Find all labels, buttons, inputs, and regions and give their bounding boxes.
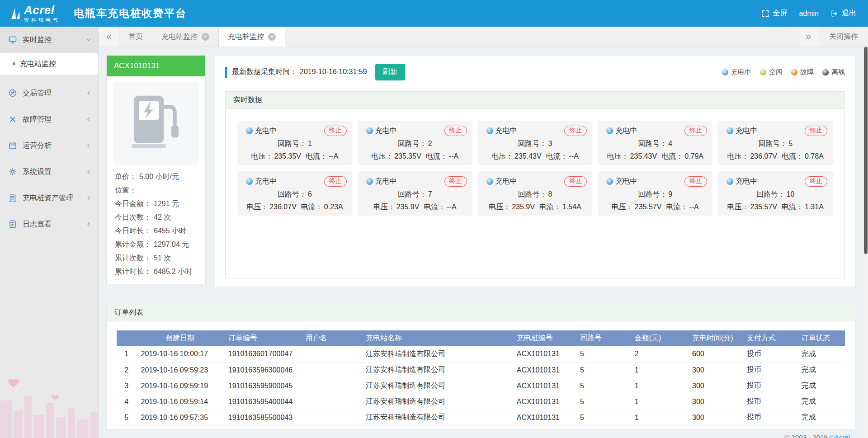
tab-station-monitor[interactable]: 充电站监控 × xyxy=(152,27,219,47)
current-value: --A xyxy=(329,152,338,160)
channel-metrics-line: 电压：235.43V电流：0.79A xyxy=(603,152,707,161)
sidebar-item-label: 系统设置 xyxy=(23,167,52,177)
current-label: 电流： xyxy=(306,152,327,160)
stop-button[interactable]: 终止 xyxy=(805,176,827,187)
content-area: ACX1010131 xyxy=(99,47,868,438)
idle-dot-icon xyxy=(760,69,766,75)
sidebar-item-pile-asset-management[interactable]: 充电桩资产管理 xyxy=(0,185,98,211)
current-value: --A xyxy=(449,152,458,160)
sidebar-item-fault-management[interactable]: 故障管理 xyxy=(0,106,98,132)
copyright-text: © 2003 - 2019 xyxy=(784,433,827,438)
page-title: 电瓶车充电桩收费平台 xyxy=(74,6,187,20)
order-duration: 300 xyxy=(688,362,742,378)
charging-pile-icon xyxy=(128,94,184,154)
bullet-icon xyxy=(13,62,15,65)
channel-card: 充电中 终止 回路号：10 电压：235.57V电流：1.31A xyxy=(718,171,833,216)
order-pay-method: 投币 xyxy=(742,346,797,362)
order-row: 4 2019-10-16 09:59:14 1910163595400044 江… xyxy=(117,394,845,410)
user-menu[interactable]: admin xyxy=(799,9,819,18)
stat-value: 51 次 xyxy=(154,251,171,265)
column-header: 充电站名称 xyxy=(361,330,512,346)
channel-status-label: 充电中 xyxy=(615,177,637,186)
column-header: 创建日期 xyxy=(136,330,223,346)
status-dot-icon xyxy=(486,178,493,185)
sidebar-item-system-settings[interactable]: 系统设置 xyxy=(0,159,98,185)
city-skyline-decoration xyxy=(0,372,99,438)
sidebar-item-charging-station-monitor[interactable]: 充电站监控 xyxy=(0,53,98,75)
stop-button[interactable]: 终止 xyxy=(324,176,347,187)
circuit-label: 回路号： xyxy=(756,190,785,198)
fullscreen-button[interactable]: 全屏 xyxy=(761,9,787,18)
tab-home[interactable]: 首页 xyxy=(119,27,152,47)
device-image-box xyxy=(113,83,199,165)
channel-status-label: 充电中 xyxy=(495,177,517,186)
stop-button[interactable]: 终止 xyxy=(564,176,587,187)
voltage-value: 235.9V xyxy=(396,203,420,211)
order-number: 1910163596300046 xyxy=(224,362,301,378)
stop-button[interactable]: 终止 xyxy=(564,126,587,136)
order-pay-method: 投币 xyxy=(742,410,797,425)
brand-link[interactable]: ©Acrel xyxy=(830,433,850,438)
stop-button[interactable]: 终止 xyxy=(805,126,827,136)
stop-button[interactable]: 终止 xyxy=(444,126,467,136)
app-header: Acrel 安科瑞电气 电瓶车充电桩收费平台 全屏 admin 退出 xyxy=(0,0,868,27)
scrollbar[interactable] xyxy=(863,47,868,438)
order-user xyxy=(301,346,362,362)
order-number: 1910163595900045 xyxy=(224,378,301,394)
stop-button[interactable]: 终止 xyxy=(324,126,347,136)
chevron-left-icon xyxy=(85,195,92,201)
circuit-value: 6 xyxy=(308,190,312,198)
stop-button[interactable]: 终止 xyxy=(684,176,707,187)
tabs-scroll-right-button[interactable] xyxy=(798,27,819,47)
stat-label: 今日次数： xyxy=(115,211,151,224)
order-user xyxy=(301,362,362,378)
order-user xyxy=(301,394,362,410)
logo-text: Acrel xyxy=(24,4,60,16)
stop-button[interactable]: 终止 xyxy=(684,126,707,136)
orders-section-title: 订单列表 xyxy=(107,304,855,321)
tab-close-icon[interactable]: × xyxy=(202,33,209,41)
tab-label: 充电桩监控 xyxy=(228,32,264,42)
device-id-header: ACX1010131 xyxy=(107,56,205,76)
tabs-scroll-left-button[interactable] xyxy=(99,27,119,47)
sidebar-item-realtime-monitor[interactable]: 实时监控 xyxy=(0,27,98,53)
logout-button[interactable]: 退出 xyxy=(830,9,856,18)
channel-card: 充电中 终止 回路号：4 电压：235.43V电流：0.79A xyxy=(598,121,712,165)
channel-circuit-line: 回路号：6 xyxy=(243,190,347,199)
chevron-down-icon xyxy=(85,37,92,43)
current-value: 0.23A xyxy=(324,203,343,211)
order-date: 2019-10-16 09:59:19 xyxy=(136,378,223,394)
stat-value: 42 次 xyxy=(154,211,171,224)
order-date: 2019-10-16 09:59:23 xyxy=(136,362,223,378)
channel-metrics-line: 电压：235.35V电流：--A xyxy=(363,152,467,161)
status-dot-icon xyxy=(486,127,493,134)
tab-close-icon[interactable]: × xyxy=(268,33,276,41)
order-pile-id: ACX1010131 xyxy=(512,378,576,394)
tab-pile-monitor[interactable]: 充电桩监控 × xyxy=(219,27,285,47)
scrollbar-thumb[interactable] xyxy=(864,47,868,254)
channel-metrics-line: 电压：236.07V电流：0.78A xyxy=(723,152,827,161)
sidebar-item-log-view[interactable]: 日志查看 xyxy=(0,211,98,237)
order-duration: 300 xyxy=(688,378,742,394)
stop-button[interactable]: 终止 xyxy=(444,176,467,187)
close-operations-button[interactable]: 关闭操作 xyxy=(819,27,868,47)
order-duration: 600 xyxy=(688,346,742,362)
logo-sail-icon xyxy=(10,7,21,20)
voltage-label: 电压： xyxy=(371,152,393,160)
collect-time-label: 最新数据采集时间： xyxy=(232,68,297,75)
channel-circuit-line: 回路号：9 xyxy=(603,190,707,199)
column-header: 充电时间(分) xyxy=(688,330,742,346)
channel-metrics-line: 电压：235.9V电流：1.54A xyxy=(483,203,587,212)
sidebar-item-transaction-management[interactable]: 交易管理 xyxy=(0,80,98,106)
voltage-value: 235.9V xyxy=(512,203,535,211)
sidebar-item-operation-analysis[interactable]: 运营分析 xyxy=(0,132,98,159)
refresh-button[interactable]: 刷新 xyxy=(375,64,405,80)
circuit-value: 5 xyxy=(788,140,793,147)
order-duration: 300 xyxy=(688,410,742,425)
tools-icon xyxy=(8,115,17,124)
sidebar-submenu: 充电站监控 xyxy=(0,53,98,75)
channel-card: 充电中 终止 回路号：6 电压：236.07V电流：0.23A xyxy=(237,171,352,216)
order-index: 4 xyxy=(117,394,136,410)
channel-status: 充电中 xyxy=(246,126,277,136)
order-circuit: 5 xyxy=(576,410,630,425)
